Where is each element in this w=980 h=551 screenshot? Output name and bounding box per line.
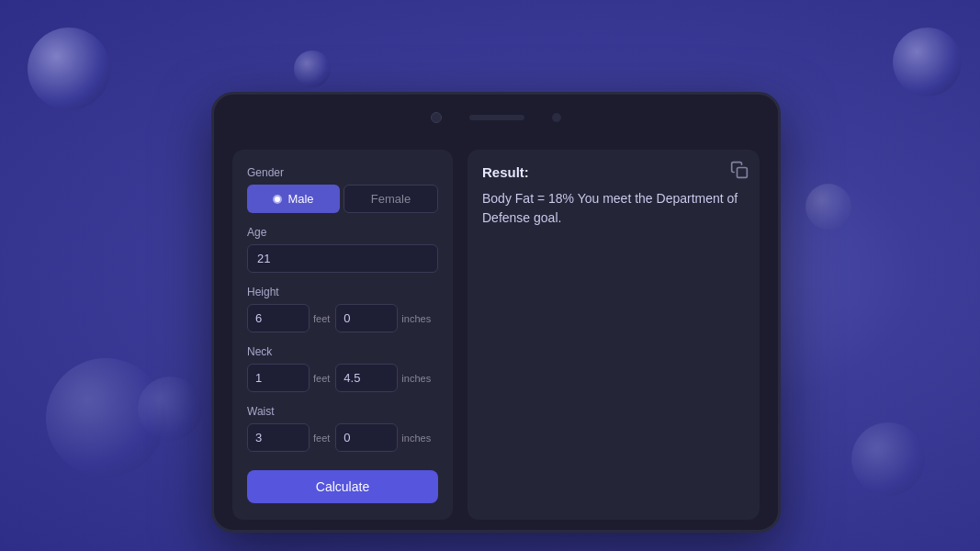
- neck-inches-part: inches: [335, 364, 431, 392]
- tablet-speaker: [469, 115, 524, 120]
- sphere-top-left: [28, 28, 110, 110]
- copy-icon[interactable]: [730, 161, 749, 179]
- gender-label: Gender: [247, 166, 438, 179]
- tablet-camera: [431, 112, 442, 123]
- result-text: Body Fat = 18% You meet the Department o…: [482, 189, 745, 228]
- age-label: Age: [247, 226, 438, 239]
- result-panel: Result: Body Fat = 18% You meet the Depa…: [467, 150, 760, 520]
- tablet-content: Gender Male Female Age Height: [214, 141, 778, 538]
- neck-feet-part: feet: [247, 364, 330, 392]
- neck-field-group: Neck feet inches: [247, 345, 438, 392]
- sphere-mid-left-2: [138, 377, 202, 441]
- tablet: Gender Male Female Age Height: [211, 92, 781, 533]
- waist-inches-part: inches: [335, 423, 431, 452]
- height-inches-part: inches: [335, 304, 431, 332]
- waist-inches-input[interactable]: [335, 423, 398, 452]
- result-header: Result:: [482, 164, 745, 180]
- waist-feet-unit: feet: [313, 433, 330, 444]
- height-feet-unit: feet: [313, 313, 330, 324]
- gender-field-group: Gender Male Female: [247, 166, 438, 213]
- height-inches-unit: inches: [401, 313, 431, 324]
- neck-inches-input[interactable]: [335, 364, 398, 392]
- neck-label: Neck: [247, 345, 438, 358]
- svg-rect-0: [738, 168, 748, 178]
- female-button[interactable]: Female: [344, 185, 438, 213]
- age-input[interactable]: [247, 244, 438, 273]
- height-field-group: Height feet inches: [247, 286, 438, 332]
- waist-measure-row: feet inches: [247, 423, 438, 452]
- age-field-group: Age: [247, 226, 438, 273]
- height-measure-row: feet inches: [247, 304, 438, 332]
- sphere-mid-right-2: [805, 184, 851, 230]
- height-feet-part: feet: [247, 304, 330, 332]
- tablet-sensor: [552, 113, 561, 122]
- neck-inches-unit: inches: [401, 373, 431, 384]
- waist-label: Waist: [247, 405, 438, 418]
- male-button[interactable]: Male: [247, 185, 340, 213]
- sphere-mid-right: [851, 422, 925, 496]
- calculate-button[interactable]: Calculate: [247, 470, 438, 503]
- waist-inches-unit: inches: [401, 433, 431, 444]
- waist-feet-input[interactable]: [247, 423, 310, 452]
- radio-dot-male: [273, 195, 282, 204]
- height-feet-input[interactable]: [247, 304, 310, 332]
- gender-toggle: Male Female: [247, 185, 438, 213]
- height-inches-input[interactable]: [335, 304, 398, 332]
- form-panel: Gender Male Female Age Height: [232, 150, 453, 520]
- neck-feet-input[interactable]: [247, 364, 310, 392]
- sphere-top-right: [893, 28, 962, 96]
- tablet-top-bar: [214, 95, 778, 141]
- male-label: Male: [287, 192, 313, 206]
- waist-feet-part: feet: [247, 423, 330, 452]
- female-label: Female: [371, 192, 411, 206]
- neck-measure-row: feet inches: [247, 364, 438, 392]
- height-label: Height: [247, 286, 438, 298]
- waist-field-group: Waist feet inches: [247, 405, 438, 452]
- calculate-label: Calculate: [316, 479, 369, 494]
- sphere-top-mid: [294, 51, 331, 87]
- neck-feet-unit: feet: [313, 373, 330, 384]
